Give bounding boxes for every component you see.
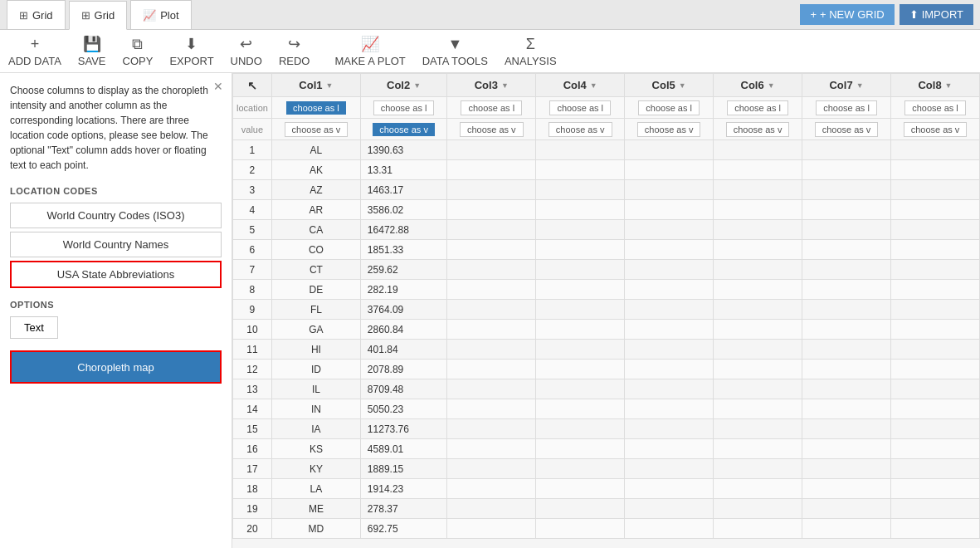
col3-choose-location-button[interactable]: choose as l [461,100,522,115]
cell-col6[interactable] [714,160,802,180]
cell-col6[interactable] [714,340,802,360]
cell-col4[interactable] [536,260,625,280]
copy-button[interactable]: ⧉ COPY [123,36,154,67]
cell-col8[interactable] [890,379,979,399]
col2-location-choose[interactable]: choose as l [360,97,446,119]
cell-col3[interactable] [447,280,536,300]
cell-col3[interactable] [447,220,536,240]
cell-col8[interactable] [890,340,979,360]
cell-col1[interactable]: HI [271,340,360,360]
cell-col3[interactable] [447,300,536,320]
cell-col1[interactable]: FL [271,300,360,320]
cell-col7[interactable] [802,260,891,280]
cell-col5[interactable] [625,160,714,180]
cell-col2[interactable]: 3586.02 [360,200,446,220]
col8-location-choose[interactable]: choose as l [890,97,979,119]
col8-header[interactable]: Col8 ▼ [890,74,979,97]
cell-col5[interactable] [625,140,714,160]
cell-col8[interactable] [890,320,979,340]
location-code-usa-abbr[interactable]: USA State Abbreviations [10,261,222,288]
col5-choose-location-button[interactable]: choose as l [638,100,700,115]
col2-choose-value-button[interactable]: choose as v [373,123,435,136]
cell-col3[interactable] [447,240,536,260]
cell-col5[interactable] [625,360,714,379]
cell-col1[interactable]: IN [271,399,360,419]
col5-dropdown-icon[interactable]: ▼ [679,81,686,90]
cell-col6[interactable] [714,360,802,379]
cell-col7[interactable] [802,360,891,379]
col4-choose-value-button[interactable]: choose as v [549,122,612,137]
cell-col8[interactable] [890,200,979,220]
cell-col4[interactable] [536,320,625,340]
col1-value-choose[interactable]: choose as v [271,119,360,140]
cell-col8[interactable] [890,260,979,280]
cell-col8[interactable] [890,140,979,160]
cell-col2[interactable]: 259.62 [360,260,446,280]
cell-col5[interactable] [625,439,714,459]
cell-col3[interactable] [447,260,536,280]
cell-col1[interactable]: DE [271,280,360,300]
cell-col1[interactable]: ID [271,360,360,379]
cell-col4[interactable] [536,300,625,320]
cell-col6[interactable] [714,220,802,240]
location-code-country-names[interactable]: World Country Names [10,232,222,257]
cell-col2[interactable]: 1851.33 [360,240,446,260]
cell-col7[interactable] [802,340,891,360]
add-data-button[interactable]: + ADD DATA [8,36,61,67]
cell-col1[interactable]: ME [271,499,360,519]
cell-col8[interactable] [890,160,979,180]
col7-value-choose[interactable]: choose as v [802,119,891,140]
cell-col4[interactable] [536,280,625,300]
cell-col1[interactable]: CA [271,220,360,240]
cell-col2[interactable]: 3764.09 [360,300,446,320]
cell-col3[interactable] [447,379,536,399]
col3-choose-value-button[interactable]: choose as v [460,122,524,137]
col8-value-choose[interactable]: choose as v [890,119,979,140]
col8-choose-value-button[interactable]: choose as v [904,122,968,137]
col2-header[interactable]: Col2 ▼ [360,74,446,97]
cell-col3[interactable] [447,180,536,200]
cell-col3[interactable] [447,160,536,180]
cell-col2[interactable]: 282.19 [360,280,446,300]
tab-grid-2[interactable]: ⊞ Grid [69,1,128,30]
cell-col1[interactable]: MD [271,519,360,539]
col4-value-choose[interactable]: choose as v [536,119,625,140]
tab-plot[interactable]: 📈 Plot [130,0,191,29]
make-a-plot-button[interactable]: 📈 MAKE A PLOT [334,35,405,67]
cell-col4[interactable] [536,499,625,519]
cell-col4[interactable] [536,140,625,160]
col2-value-choose[interactable]: choose as v [360,119,446,140]
cell-col2[interactable]: 11273.76 [360,419,446,439]
tab-grid-1[interactable]: ⊞ Grid [7,0,66,29]
cell-col5[interactable] [625,260,714,280]
col3-value-choose[interactable]: choose as v [447,119,536,140]
col1-dropdown-icon[interactable]: ▼ [326,81,334,90]
cell-col2[interactable]: 13.31 [360,160,446,180]
cell-col3[interactable] [447,320,536,340]
cell-col5[interactable] [625,479,714,499]
cell-col2[interactable]: 2860.84 [360,320,446,340]
col6-location-choose[interactable]: choose as l [714,97,802,119]
text-option-button[interactable]: Text [10,316,58,339]
analysis-button[interactable]: Σ ANALYSIS [505,36,557,67]
cell-col1[interactable]: LA [271,479,360,499]
cell-col1[interactable]: KY [271,459,360,479]
import-button[interactable]: ⬆ IMPORT [900,4,973,25]
cell-col4[interactable] [536,200,625,220]
cell-col7[interactable] [802,160,891,180]
cell-col5[interactable] [625,280,714,300]
cell-col8[interactable] [890,439,979,459]
cell-col8[interactable] [890,240,979,260]
cell-col4[interactable] [536,439,625,459]
cell-col2[interactable]: 8709.48 [360,379,446,399]
cell-col2[interactable]: 1390.63 [360,140,446,160]
col4-location-choose[interactable]: choose as l [536,97,625,119]
close-button[interactable]: ✕ [213,80,223,93]
cell-col3[interactable] [447,419,536,439]
cell-col7[interactable] [802,300,891,320]
location-code-iso3[interactable]: World Country Codes (ISO3) [10,203,222,228]
redo-button[interactable]: ↪ REDO [279,35,310,67]
cell-col3[interactable] [447,439,536,459]
cell-col7[interactable] [802,439,891,459]
cell-col1[interactable]: AK [271,160,360,180]
